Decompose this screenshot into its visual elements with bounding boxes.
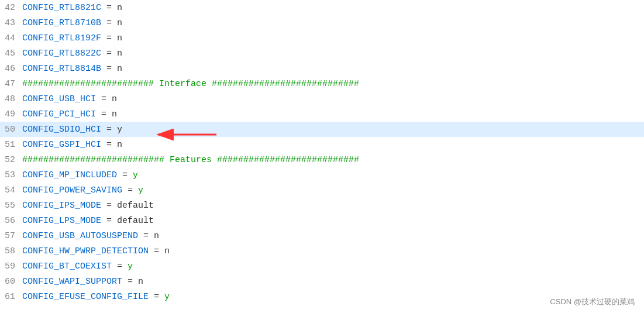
line-number: 44 xyxy=(0,33,22,43)
line-content: CONFIG_IPS_MODE = default xyxy=(22,201,154,211)
line-number: 45 xyxy=(0,49,22,59)
line-number: 48 xyxy=(0,94,22,104)
code-container: 42CONFIG_RTL8821C = n43CONFIG_RTL8710B =… xyxy=(0,0,644,313)
line-content: ######################### Interface ####… xyxy=(22,79,359,89)
line-number: 56 xyxy=(0,216,22,226)
code-line: 59CONFIG_BT_COEXIST = y xyxy=(0,259,644,274)
line-content: CONFIG_SDIO_HCI = y xyxy=(22,125,122,135)
line-content: CONFIG_BT_COEXIST = y xyxy=(22,262,133,271)
code-line: 56CONFIG_LPS_MODE = default xyxy=(0,213,644,228)
line-number: 46 xyxy=(0,64,22,74)
line-content: CONFIG_RTL8821C = n xyxy=(22,3,122,13)
line-number: 51 xyxy=(0,140,22,150)
code-line: 60CONFIG_WAPI_SUPPORT = n xyxy=(0,274,644,289)
code-line: 53CONFIG_MP_INCLUDED = y xyxy=(0,167,644,183)
code-line: 48CONFIG_USB_HCI = n xyxy=(0,91,644,106)
line-number: 42 xyxy=(0,3,22,13)
line-number: 43 xyxy=(0,18,22,28)
code-line: 55CONFIG_IPS_MODE = default xyxy=(0,198,644,213)
line-number: 58 xyxy=(0,246,22,256)
line-content: CONFIG_GSPI_HCI = n xyxy=(22,140,122,150)
line-content: CONFIG_RTL8814B = n xyxy=(22,64,122,74)
line-content: CONFIG_USB_HCI = n xyxy=(22,94,117,104)
line-number: 57 xyxy=(0,231,22,241)
line-number: 61 xyxy=(0,292,22,302)
line-number: 52 xyxy=(0,155,22,165)
code-line: 58CONFIG_HW_PWRP_DETECTION = n xyxy=(0,243,644,259)
code-line: 54CONFIG_POWER_SAVING = y xyxy=(0,183,644,198)
line-content: CONFIG_PCI_HCI = n xyxy=(22,109,117,119)
code-line: 49CONFIG_PCI_HCI = n xyxy=(0,106,644,122)
code-line: 52########################### Features #… xyxy=(0,152,644,167)
line-number: 60 xyxy=(0,277,22,287)
line-content: CONFIG_EFUSE_CONFIG_FILE = y xyxy=(22,292,170,302)
line-number: 59 xyxy=(0,262,22,271)
line-number: 54 xyxy=(0,185,22,195)
line-content: CONFIG_RTL8822C = n xyxy=(22,49,122,59)
line-content: ########################### Features ###… xyxy=(22,155,359,165)
code-line: 61CONFIG_EFUSE_CONFIG_FILE = y xyxy=(0,289,644,304)
code-line: 43CONFIG_RTL8710B = n xyxy=(0,15,644,30)
line-content: CONFIG_MP_INCLUDED = y xyxy=(22,170,138,180)
line-number: 47 xyxy=(0,79,22,89)
line-content: CONFIG_POWER_SAVING = y xyxy=(22,185,143,195)
code-line: 50CONFIG_SDIO_HCI = y xyxy=(0,122,644,137)
line-number: 49 xyxy=(0,109,22,119)
code-line: 46CONFIG_RTL8814B = n xyxy=(0,61,644,76)
line-number: 50 xyxy=(0,125,22,135)
line-content: CONFIG_LPS_MODE = default xyxy=(22,216,154,226)
code-line: 42CONFIG_RTL8821C = n xyxy=(0,0,644,15)
code-line: 51CONFIG_GSPI_HCI = n xyxy=(0,137,644,152)
code-line: 47######################### Interface ##… xyxy=(0,76,644,91)
code-line: 57CONFIG_USB_AUTOSUSPEND = n xyxy=(0,228,644,243)
line-content: CONFIG_HW_PWRP_DETECTION = n xyxy=(22,246,170,256)
line-content: CONFIG_WAPI_SUPPORT = n xyxy=(22,277,143,287)
line-content: CONFIG_RTL8192F = n xyxy=(22,33,122,43)
code-line: 44CONFIG_RTL8192F = n xyxy=(0,30,644,46)
line-content: CONFIG_RTL8710B = n xyxy=(22,18,122,28)
line-number: 55 xyxy=(0,201,22,211)
code-line: 45CONFIG_RTL8822C = n xyxy=(0,46,644,61)
line-content: CONFIG_USB_AUTOSUSPEND = n xyxy=(22,231,159,241)
watermark-text: CSDN @技术过硬的菜鸡 xyxy=(550,297,635,307)
line-number: 53 xyxy=(0,170,22,180)
